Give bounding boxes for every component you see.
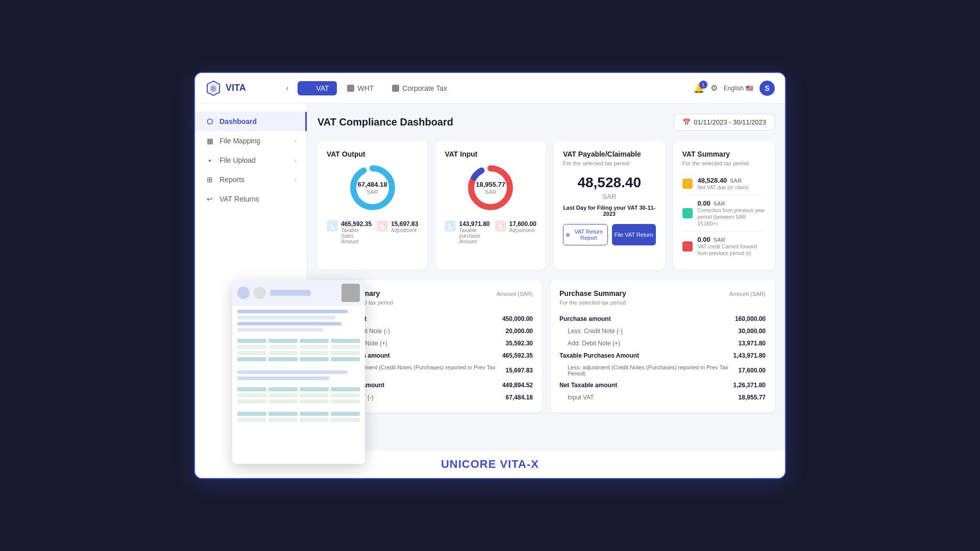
vat-return-report-button[interactable]: ⊕ VAT Return Report xyxy=(563,224,608,245)
paper-cell xyxy=(300,345,329,349)
paper-cell xyxy=(331,399,360,404)
purchase-summary-card: Purchase Summary Amount (SAR) For the se… xyxy=(550,280,775,413)
paper-cell xyxy=(300,399,329,404)
row-label: Add: Debit Note (+) xyxy=(559,337,733,349)
paper-cell xyxy=(300,393,329,397)
sidebar-item-reports[interactable]: ⊞ Reports › xyxy=(195,170,307,189)
metric1-label: Taxable Sales Amount xyxy=(341,228,372,244)
table-row: Net Taxable amount 1,26,371.80 xyxy=(559,379,766,391)
logo-text: VITA xyxy=(226,83,246,93)
paper-cell xyxy=(331,357,360,361)
summary-item-3: 0.00 SAR VAT credit Carried forward from… xyxy=(682,232,766,261)
nav-tab-corporate-tax-label: Corporate Tax xyxy=(402,84,447,92)
flag-icon: 🇺🇸 xyxy=(746,85,753,92)
sidebar-item-reports-label: Reports xyxy=(219,176,244,184)
brand-text: UNICORE VITA-X xyxy=(441,458,539,470)
metric2-label: Adjustment xyxy=(391,228,418,233)
paper-cell xyxy=(268,339,298,343)
vat-payable-subtitle: For the selected tax period xyxy=(563,160,656,166)
input-metric2-label: Adjustment xyxy=(509,228,536,233)
row-label: Input VAT xyxy=(559,391,733,404)
top-nav: VITA ‹ VAT WHT Corporate Tax xyxy=(195,73,785,104)
file-vat-return-button[interactable]: File VAT Return xyxy=(612,224,656,245)
input-metric1-icon: 📄 xyxy=(445,220,456,232)
page-title: VAT Compliance Dashboard xyxy=(317,116,453,128)
purchase-amount-header: Amount (SAR) xyxy=(729,291,766,297)
nav-tab-corporate-tax[interactable]: Corporate Tax xyxy=(384,81,455,95)
summary-item-1: 48,528.40 SAR Net VAT due (or claim) xyxy=(682,172,766,195)
vat-payable-card: VAT Payable/Claimable For the selected t… xyxy=(554,141,665,270)
row-value: 13,971.80 xyxy=(733,337,766,349)
sidebar-item-dashboard[interactable]: ⬡ Dashboard xyxy=(195,112,307,131)
paper-cell xyxy=(268,418,298,422)
date-range-picker[interactable]: 📅 01/11/2023 - 30/11/2023 xyxy=(674,114,775,131)
paper-cell xyxy=(331,351,360,355)
vat-payable-unit: SAR xyxy=(563,193,656,201)
paper-table-3 xyxy=(232,409,365,427)
chevron-right-icon-2: › xyxy=(295,157,297,163)
notifications-badge: 1 xyxy=(699,81,707,89)
paper-cell xyxy=(237,393,266,397)
paper-table-2 xyxy=(232,384,365,409)
paper-lines-1 xyxy=(232,306,365,336)
summary-dot-2 xyxy=(682,208,693,218)
paper-line xyxy=(237,377,329,380)
nav-tab-vat[interactable]: VAT xyxy=(298,81,337,95)
paper-cell xyxy=(268,351,298,355)
vat-output-metric1: 📄 465,592.35 Taxable Sales Amount xyxy=(327,220,372,244)
paper-cell xyxy=(237,412,266,416)
nav-tab-wht[interactable]: WHT xyxy=(339,81,382,95)
metric1-icon: 📄 xyxy=(327,220,338,232)
table-row: Less: adjustment (Credit Notes (Purchase… xyxy=(559,362,766,379)
paper-line xyxy=(237,316,335,319)
row-value: 160,000.00 xyxy=(733,313,766,325)
row-value: 35,592.30 xyxy=(502,337,533,349)
input-metric2-icon: 📄 xyxy=(495,220,506,232)
paper-cell xyxy=(237,351,266,355)
vat-input-metrics: 📄 143,971.80 Taxable purchase Amount 📄 xyxy=(445,220,536,244)
language-label: English xyxy=(724,85,744,92)
summary-value-2: 0.00 SAR xyxy=(698,199,766,207)
sidebar-collapse-button[interactable]: ‹ xyxy=(282,82,292,95)
sidebar-item-file-mapping[interactable]: ▦ File Mapping › xyxy=(195,131,307,151)
notifications-button[interactable]: 🔔 1 xyxy=(693,83,704,94)
footer-bar: VITA > 1.0 xyxy=(317,413,775,428)
vat-input-donut: 18,955.77 SAR xyxy=(445,162,536,213)
paper-cell xyxy=(331,412,360,416)
paper-cell xyxy=(237,399,266,404)
paper-table-row xyxy=(237,393,360,397)
vat-summary-subtitle: For the selected tax period xyxy=(682,160,766,166)
row-value: 18,955.77 xyxy=(733,391,766,404)
summary-tables-row: Sales Summary Amount (SAR) For the selec… xyxy=(317,280,775,413)
sidebar-item-file-upload[interactable]: ▪ File Upload › xyxy=(195,151,307,170)
paper-cell xyxy=(331,418,360,422)
table-row: Add: Debit Note (+) 13,971.80 xyxy=(559,337,766,349)
row-value: 20,000.00 xyxy=(502,325,533,337)
input-metric1-value: 143,971.80 xyxy=(459,220,489,228)
vat-output-metrics: 📄 465,592.35 Taxable Sales Amount 📄 xyxy=(327,220,418,244)
vat-input-value: 18,955.77 xyxy=(476,181,505,189)
settings-button[interactable]: ⚙ xyxy=(710,83,718,93)
table-row: Taxable Purchases Amount 1,43,971.80 xyxy=(559,349,766,362)
vat-input-metric2: 📄 17,600.00 Adjustment xyxy=(495,220,536,244)
language-selector[interactable]: English 🇺🇸 xyxy=(724,85,753,92)
nav-tab-wht-label: WHT xyxy=(357,84,374,92)
row-value: 1,43,971.80 xyxy=(733,349,766,362)
vat-output-metric2: 📄 15,697.83 Adjustment xyxy=(377,220,418,244)
vat-input-metric1: 📄 143,971.80 Taxable purchase Amount xyxy=(445,220,489,244)
row-label: Purchase amount xyxy=(559,313,733,325)
paper-cell xyxy=(268,412,298,416)
paper-cell xyxy=(300,412,329,416)
sidebar-item-vat-returns[interactable]: ↩ VAT Returns xyxy=(195,189,307,209)
purchase-summary-header: Purchase Summary Amount (SAR) xyxy=(559,289,766,297)
paper-table-row xyxy=(237,412,360,416)
logo: VITA xyxy=(205,80,277,96)
vat-output-unit: SAR xyxy=(358,189,387,195)
reports-icon: ⊞ xyxy=(205,175,214,184)
row-value: 465,592.35 xyxy=(502,349,533,362)
paper-cell xyxy=(237,339,266,343)
paper-cell xyxy=(237,387,266,391)
sidebar-item-file-mapping-label: File Mapping xyxy=(219,137,260,145)
chevron-right-icon-3: › xyxy=(295,177,297,183)
user-avatar[interactable]: S xyxy=(760,81,775,96)
